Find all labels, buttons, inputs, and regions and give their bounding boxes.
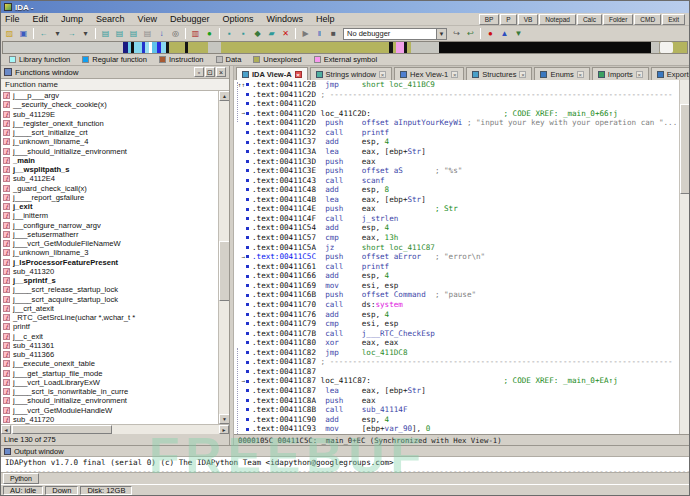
- function-item[interactable]: fj___vcrt_LoadLibraryExW: [1, 378, 218, 387]
- tab-close-icon[interactable]: ×: [519, 71, 526, 78]
- jump-address-icon[interactable]: ↓: [155, 28, 168, 40]
- disasm-line[interactable]: .text:00411C90 add esp, 4: [234, 415, 679, 425]
- scroll-right-icon[interactable]: ►: [219, 425, 229, 434]
- function-item[interactable]: fj__wsplitpath_s: [1, 165, 218, 174]
- disasm-line[interactable]: .text:00411C82 jmp loc_411DC8: [234, 348, 679, 358]
- function-item[interactable]: fj____scrt_initialize_crt: [1, 128, 218, 137]
- function-name-column-header[interactable]: Function name: [1, 79, 229, 91]
- nav-back-dropdown-icon[interactable]: ▾: [51, 28, 64, 40]
- copy-data-icon[interactable]: ▤: [99, 28, 112, 40]
- disasm-line[interactable]: .text:00411C48 add esp, 8: [234, 185, 679, 195]
- function-list-vscrollbar[interactable]: ▲ ▼: [218, 91, 229, 424]
- disasm-line[interactable]: .text:00411C2D push offset aInputYourKey…: [234, 118, 679, 128]
- function-item[interactable]: fj__sprintf_s: [1, 276, 218, 285]
- function-item[interactable]: fsub_411720: [1, 415, 218, 424]
- function-item[interactable]: fsub_411366: [1, 350, 218, 359]
- tab-close-icon[interactable]: ×: [295, 71, 302, 78]
- disasm-line[interactable]: .text:00411C54 add esp, 4: [234, 223, 679, 233]
- disasm-line[interactable]: .text:00411C2D: [234, 99, 679, 109]
- launcher-cmd[interactable]: CMD: [634, 14, 661, 25]
- launcher-p[interactable]: P: [500, 14, 516, 25]
- nav-back-icon[interactable]: ←: [37, 28, 50, 40]
- panel-close-button[interactable]: ×: [216, 67, 226, 77]
- function-item[interactable]: fj_unknown_libname_4: [1, 137, 218, 146]
- scroll-down-icon[interactable]: ▼: [219, 414, 229, 424]
- function-item[interactable]: f__security_check_cookie(x): [1, 100, 218, 109]
- cancel-icon[interactable]: ✕: [279, 28, 292, 40]
- function-item[interactable]: f_main: [1, 156, 218, 165]
- flowchart-icon[interactable]: ▥: [189, 28, 202, 40]
- snapshot-icon[interactable]: ▰: [265, 28, 278, 40]
- function-item[interactable]: fj__register_onexit_function: [1, 119, 218, 128]
- disasm-line[interactable]: .text:00411C4E push eax ; Str: [234, 204, 679, 214]
- function-item[interactable]: fj____scrt_is_nonwritable_in_curre: [1, 387, 218, 396]
- patch-icon[interactable]: ◆: [251, 28, 264, 40]
- disasm-line[interactable]: .text:00411C43 call scanf: [234, 176, 679, 186]
- debug-stop-icon[interactable]: ■: [327, 28, 340, 40]
- launcher-vb[interactable]: VB: [518, 14, 539, 25]
- function-item[interactable]: fj____report_gsfailure: [1, 193, 218, 202]
- disasm-line[interactable]: .text:00411C3D push eax: [234, 157, 679, 167]
- menu-jump[interactable]: Jump: [61, 14, 83, 24]
- disasm-line[interactable]: .text:00411C4B lea eax, [ebp+Str]: [234, 195, 679, 205]
- tab-hex-view-1[interactable]: Hex View-1×: [394, 67, 464, 80]
- breakpoint-icon[interactable]: ●: [484, 28, 497, 40]
- disasm-line[interactable]: .text:00411C87 lea eax, [ebp+Str]: [234, 386, 679, 396]
- disasm-line[interactable]: .text:00411C4F call j_strlen: [234, 214, 679, 224]
- tab-close-icon[interactable]: ×: [379, 71, 386, 78]
- disasm-line[interactable]: .text:00411C8B call sub_41114F: [234, 405, 679, 415]
- disasm-line[interactable]: .text:00411C32 call printf: [234, 128, 679, 138]
- functions-panel-title[interactable]: Functions window ▫⊡×: [1, 66, 229, 79]
- save-icon[interactable]: ▣: [17, 28, 30, 40]
- launcher-calc[interactable]: Calc: [577, 14, 602, 25]
- disasm-line[interactable]: .text:00411C87 ; -----------------------…: [234, 357, 679, 367]
- function-item[interactable]: fsub_41129E: [1, 110, 218, 119]
- disasm-line[interactable]: .text:00411C3A lea eax, [ebp+Str]: [234, 147, 679, 157]
- disasm-line[interactable]: →.text:00411C87 loc_411C87: ; CODE XREF:…: [234, 376, 679, 386]
- chevron-down-icon[interactable]: ▼: [436, 29, 446, 39]
- function-item[interactable]: fj___p___argv: [1, 91, 218, 100]
- disasm-line[interactable]: .text:00411C66 add esp, 4: [234, 271, 679, 281]
- tab-enums[interactable]: Enums×: [534, 67, 589, 80]
- function-item[interactable]: f_RTC_GetSrcLine(uchar *,wchar_t *: [1, 313, 218, 322]
- menu-debugger[interactable]: Debugger: [170, 14, 210, 24]
- tab-close-icon[interactable]: ×: [451, 71, 458, 78]
- nav-forward-icon[interactable]: →: [65, 28, 78, 40]
- run-analysis-icon[interactable]: ●: [203, 28, 216, 40]
- debug-pause-icon[interactable]: ‖: [313, 28, 326, 40]
- function-item[interactable]: fj___should_initialize_environment: [1, 396, 218, 405]
- menu-edit[interactable]: Edit: [33, 14, 49, 24]
- output-log[interactable]: IDAPython v1.7.0 final (serial 0) (c) Th…: [1, 457, 689, 472]
- navigation-band[interactable]: [2, 41, 688, 54]
- python-tab-button[interactable]: Python: [3, 473, 39, 484]
- disasm-line[interactable]: .text:00411C61 call printf: [234, 262, 679, 272]
- function-item[interactable]: fj__execute_onexit_table: [1, 359, 218, 368]
- disasm-line[interactable]: →.text:00411C2D loc_411C2D: ; CODE XREF:…: [234, 109, 679, 119]
- panel-minimize-button[interactable]: ▫: [194, 67, 204, 77]
- nav-forward-dropdown-icon[interactable]: ▾: [79, 28, 92, 40]
- tab-imports[interactable]: Imports×: [592, 67, 649, 80]
- struct-add-icon[interactable]: ▪: [237, 28, 250, 40]
- undefine-icon[interactable]: ▤: [141, 28, 154, 40]
- disasm-line[interactable]: .text:00411C5A jz short loc_411C87: [234, 243, 679, 253]
- launcher-bp[interactable]: BP: [479, 14, 500, 25]
- disasm-line[interactable]: .text:00411C69 mov esi, esp: [234, 281, 679, 291]
- disasm-line[interactable]: .text:00411C79 cmp esi, esp: [234, 319, 679, 329]
- function-item[interactable]: fj__c_exit: [1, 332, 218, 341]
- hscroll-thumb[interactable]: [12, 425, 112, 434]
- tab-strings-window[interactable]: Strings window×: [310, 67, 392, 80]
- function-item[interactable]: fj___vcrt_GetModuleFileNameW: [1, 239, 218, 248]
- disasm-line[interactable]: .text:00411C57 cmp eax, 13h: [234, 233, 679, 243]
- watch-icon[interactable]: ▲: [498, 28, 511, 40]
- menu-help[interactable]: Help: [316, 14, 335, 24]
- disasm-line[interactable]: .text:00411C76 add esp, 4: [234, 310, 679, 320]
- function-item[interactable]: fj__initterm: [1, 211, 218, 220]
- disasm-line[interactable]: →.text:00411C5C push offset aError ; "er…: [234, 252, 679, 262]
- launcher-folder[interactable]: Folder: [603, 14, 633, 25]
- menu-view[interactable]: View: [138, 14, 157, 24]
- function-item[interactable]: fj_IsProcessorFeaturePresent: [1, 258, 218, 267]
- launcher-exit[interactable]: Exit: [662, 14, 685, 25]
- disasm-line[interactable]: .text:00411C93 mov [ebp+var_90], 0: [234, 424, 679, 434]
- function-item[interactable]: fj_exit: [1, 202, 218, 211]
- disasm-line[interactable]: .text:00411C3E push offset aS ; "%s": [234, 166, 679, 176]
